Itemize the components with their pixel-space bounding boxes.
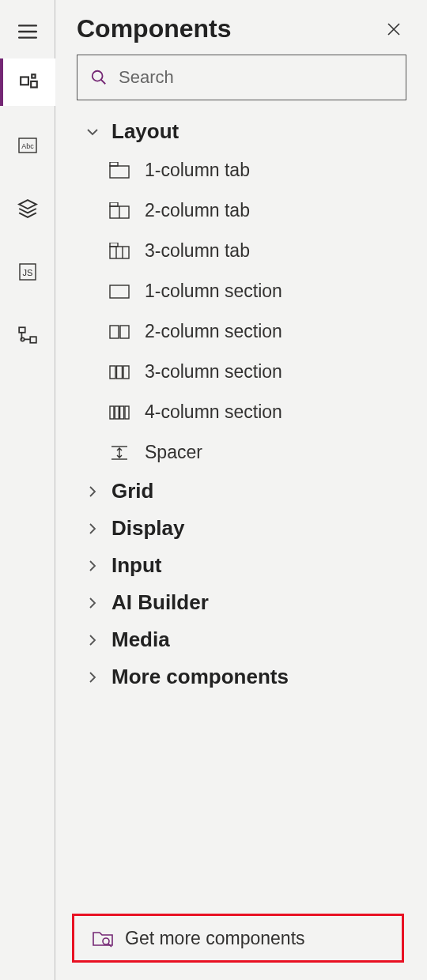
category-label: AI Builder (111, 590, 209, 615)
tree-icon (17, 325, 38, 345)
chevron-right-icon (85, 669, 100, 685)
component-label: 1-column section (145, 281, 282, 302)
component-2-column-section[interactable]: 2-column section (62, 311, 427, 352)
chevron-right-icon (85, 632, 100, 648)
layers-icon (17, 198, 38, 219)
category-label: Display (111, 516, 185, 541)
svg-rect-29 (125, 406, 129, 419)
close-panel-button[interactable] (381, 17, 406, 42)
category-display[interactable]: Display (62, 510, 427, 547)
svg-rect-0 (21, 77, 28, 85)
component-label: 2-column section (145, 321, 282, 342)
rail-components-button[interactable] (0, 58, 55, 106)
svg-rect-22 (120, 326, 129, 338)
search-box[interactable] (77, 55, 406, 100)
category-ai-builder[interactable]: AI Builder (62, 584, 427, 621)
search-icon (90, 69, 108, 86)
svg-rect-7 (19, 327, 25, 333)
category-label: Input (111, 553, 162, 578)
component-label: Spacer (145, 442, 202, 463)
component-1-column-section[interactable]: 1-column section (62, 271, 427, 311)
one-column-section-icon (108, 283, 132, 300)
two-column-tab-icon (108, 202, 132, 220)
rail-js-button[interactable]: JS (0, 248, 55, 296)
one-column-tab-icon (108, 162, 132, 179)
close-icon (386, 21, 402, 37)
svg-rect-27 (115, 406, 119, 419)
panel-title: Components (77, 14, 232, 43)
svg-rect-13 (110, 202, 118, 206)
svg-rect-21 (110, 326, 119, 338)
rail-text-format-button[interactable]: Abc (0, 122, 55, 169)
component-spacer[interactable]: Spacer (62, 432, 427, 473)
spacer-icon (108, 444, 132, 462)
chevron-down-icon (85, 124, 100, 140)
folder-search-icon (92, 929, 114, 948)
svg-point-10 (93, 71, 103, 81)
svg-rect-17 (110, 247, 129, 258)
js-icon: JS (17, 262, 39, 281)
category-input[interactable]: Input (62, 547, 427, 584)
component-3-column-tab[interactable]: 3-column tab (62, 231, 427, 271)
category-media[interactable]: Media (62, 621, 427, 658)
layout-items: 1-column tab 2-column tab 3-column tab 1… (62, 150, 427, 473)
abc-icon: Abc (16, 136, 40, 155)
svg-rect-20 (110, 285, 129, 298)
three-column-section-icon (108, 364, 132, 381)
svg-text:JS: JS (22, 268, 32, 277)
svg-rect-28 (120, 406, 124, 419)
hamburger-icon (17, 21, 38, 42)
category-more-components[interactable]: More components (62, 658, 427, 695)
footer-label: Get more components (125, 928, 305, 949)
svg-rect-25 (123, 366, 129, 379)
component-label: 3-column tab (145, 240, 250, 262)
three-column-tab-icon (108, 243, 132, 260)
components-panel: Components Layout 1-column ta (56, 0, 427, 980)
component-2-column-tab[interactable]: 2-column tab (62, 190, 427, 231)
chevron-right-icon (85, 521, 100, 537)
chevron-right-icon (85, 558, 100, 574)
svg-rect-12 (110, 166, 129, 178)
svg-rect-2 (32, 74, 35, 77)
search-input[interactable] (117, 66, 393, 89)
svg-rect-26 (110, 406, 114, 419)
panel-header: Components (56, 0, 427, 51)
left-rail: Abc JS (0, 0, 55, 980)
get-more-components-button[interactable]: Get more components (72, 914, 404, 963)
rail-tree-structure-button[interactable] (0, 311, 55, 359)
component-label: 4-column section (145, 401, 282, 423)
component-label: 3-column section (145, 361, 282, 383)
category-grid[interactable]: Grid (62, 473, 427, 510)
svg-rect-24 (117, 366, 123, 379)
category-layout[interactable]: Layout (62, 113, 427, 150)
component-4-column-section[interactable]: 4-column section (62, 392, 427, 432)
component-label: 1-column tab (145, 160, 250, 181)
svg-point-32 (103, 938, 109, 944)
svg-text:Abc: Abc (21, 142, 34, 150)
chevron-right-icon (85, 484, 100, 499)
svg-rect-1 (31, 81, 37, 88)
component-3-column-section[interactable]: 3-column section (62, 352, 427, 392)
svg-rect-16 (110, 243, 118, 247)
category-label: More components (111, 665, 289, 689)
category-label: Media (111, 628, 170, 652)
svg-rect-23 (110, 366, 115, 379)
hamburger-menu-button[interactable] (0, 13, 55, 51)
component-1-column-tab[interactable]: 1-column tab (62, 150, 427, 190)
four-column-section-icon (108, 404, 132, 421)
svg-rect-8 (30, 337, 36, 343)
components-icon (19, 72, 40, 92)
svg-rect-11 (110, 162, 118, 166)
two-column-section-icon (108, 323, 132, 341)
component-label: 2-column tab (145, 200, 250, 221)
chevron-right-icon (85, 595, 100, 611)
components-tree: Layout 1-column tab 2-column tab 3-colum… (56, 113, 427, 980)
rail-layers-button[interactable] (0, 185, 55, 232)
category-label: Grid (111, 479, 153, 503)
category-label: Layout (111, 119, 179, 144)
